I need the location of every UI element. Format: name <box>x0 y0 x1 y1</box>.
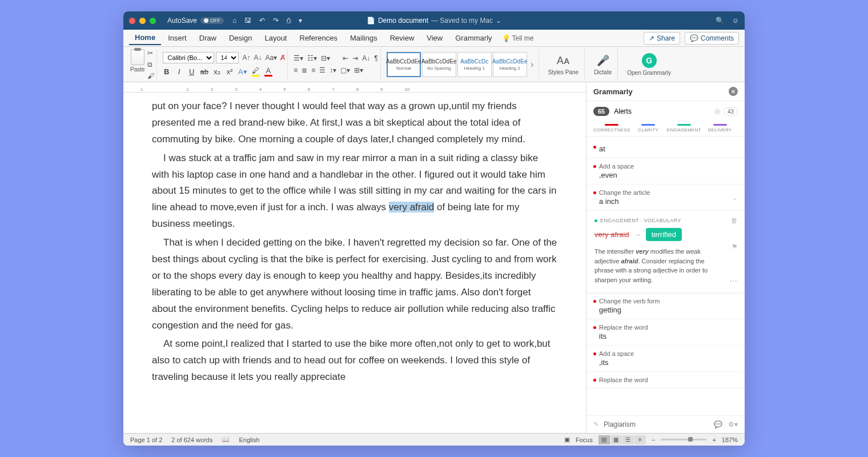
search-icon[interactable]: 🔍 <box>716 17 724 25</box>
feedback-icon[interactable]: 💬 <box>714 420 722 428</box>
language-indicator[interactable]: English <box>239 436 259 443</box>
customize-qat-icon[interactable]: ▾ <box>299 17 302 25</box>
grow-font-icon[interactable]: A↑ <box>243 54 251 62</box>
paragraph[interactable]: At some point,I realized that I started … <box>152 336 557 386</box>
tab-design[interactable]: Design <box>223 31 258 45</box>
style-no-spacing[interactable]: AaBbCcDdEeNo Spacing <box>422 52 456 77</box>
dismiss-icon[interactable]: 🗑 <box>731 217 738 225</box>
tab-references[interactable]: References <box>294 31 343 45</box>
suggestion-card[interactable]: Add a space ,its <box>586 346 745 372</box>
document-page[interactable]: put on your face? I never thought I woul… <box>123 93 586 433</box>
paragraph[interactable]: That is when I decided getting on the bi… <box>152 235 557 334</box>
tab-draw[interactable]: Draw <box>194 31 222 45</box>
text-effects-button[interactable]: A▾ <box>238 67 247 76</box>
zoom-out-button[interactable]: − <box>652 436 655 443</box>
document-title[interactable]: 📄 Demo document — Saved to my Mac ⌄ <box>367 17 501 25</box>
justify-icon[interactable]: ☰ <box>319 66 326 74</box>
draft-view[interactable]: ≡ <box>634 435 646 444</box>
copy-icon[interactable]: ⧉ <box>147 61 154 69</box>
print-icon[interactable]: ⎙ <box>287 17 291 25</box>
font-color-button[interactable]: A <box>264 66 272 77</box>
italic-button[interactable]: I <box>175 67 183 76</box>
font-size-select[interactable]: 14 <box>216 52 239 63</box>
home-icon[interactable]: ⌂ <box>232 17 236 25</box>
cut-icon[interactable]: ✂ <box>147 49 154 57</box>
sort-icon[interactable]: A↓ <box>362 54 370 62</box>
close-window-button[interactable] <box>129 18 135 24</box>
close-panel-icon[interactable]: × <box>729 87 738 96</box>
suggestion-card[interactable]: Change the article a inch ⌄ <box>586 185 745 211</box>
more-icon[interactable]: ⋯ <box>729 276 738 286</box>
zoom-in-button[interactable]: + <box>712 436 716 443</box>
show-marks-icon[interactable]: ¶ <box>374 54 377 62</box>
strikethrough-button[interactable]: ab <box>200 67 208 76</box>
highlight-button[interactable]: 🖊 <box>252 66 260 77</box>
minimize-window-button[interactable] <box>139 18 146 24</box>
clear-formatting-icon[interactable]: A̸ <box>280 54 285 62</box>
maximize-window-button[interactable] <box>150 18 156 24</box>
tab-delivery[interactable]: DELIVERY <box>702 122 738 136</box>
suggestion-card[interactable]: Change the verb form getting <box>586 293 745 319</box>
styles-pane-button[interactable]: Aᴀ Styles Pane <box>545 54 582 75</box>
dictate-button[interactable]: 🎤 Dictate <box>590 54 615 75</box>
numbering-icon[interactable]: ☷▾ <box>307 54 317 62</box>
tab-view[interactable]: View <box>421 31 448 45</box>
shrink-font-icon[interactable]: A↓ <box>254 54 262 62</box>
page-indicator[interactable]: Page 1 of 2 <box>130 436 162 443</box>
borders-icon[interactable]: ⊞▾ <box>354 66 363 74</box>
styles-more-icon[interactable]: › <box>528 52 536 77</box>
tab-insert[interactable]: Insert <box>162 31 192 45</box>
subscript-button[interactable]: x₂ <box>213 67 221 76</box>
highlighted-text[interactable]: very afraid <box>389 202 434 213</box>
tell-me-search[interactable]: 💡Tell me <box>502 34 534 42</box>
autosave-toggle[interactable]: AutoSave OFF <box>167 17 224 25</box>
plagiarism-button[interactable]: Plagiarism <box>604 420 636 428</box>
change-case-icon[interactable]: Aa▾ <box>266 54 278 62</box>
tab-review[interactable]: Review <box>384 31 420 45</box>
word-count[interactable]: 2 of 624 words <box>171 436 212 443</box>
performance-score[interactable]: 43 <box>724 107 738 116</box>
tab-engagement[interactable]: ENGAGEMENT <box>666 122 702 136</box>
comments-button[interactable]: 💬 Comments <box>685 32 739 45</box>
style-heading-2[interactable]: AaBbCcDdEeHeading 2 <box>493 52 527 77</box>
zoom-percentage[interactable]: 187% <box>722 436 738 443</box>
bullets-icon[interactable]: ☰▾ <box>294 54 303 62</box>
multilevel-list-icon[interactable]: ⊟▾ <box>321 54 330 62</box>
share-button[interactable]: ↗ Share <box>644 32 680 45</box>
web-layout-view[interactable]: ▦ <box>610 435 622 444</box>
zoom-slider[interactable] <box>661 439 706 440</box>
tab-correctness[interactable]: CORRECTNESS <box>593 122 630 136</box>
tab-home[interactable]: Home <box>129 31 161 45</box>
spellcheck-icon[interactable]: 📖 <box>222 436 230 443</box>
tab-layout[interactable]: Layout <box>259 31 292 45</box>
align-left-icon[interactable]: ≡ <box>294 66 298 74</box>
flag-icon[interactable]: ⚑ <box>732 243 738 251</box>
goals-icon[interactable]: ◎ <box>714 107 720 115</box>
suggestion-card[interactable]: Replace the word its <box>586 319 745 346</box>
horizontal-ruler[interactable]: 112345678910 <box>123 82 586 93</box>
paragraph[interactable]: put on your face? I never thought I woul… <box>152 98 557 148</box>
tab-mailings[interactable]: Mailings <box>344 31 383 45</box>
bold-button[interactable]: B <box>163 67 171 76</box>
expand-chevron-icon[interactable]: ⌄ <box>732 194 738 202</box>
outline-view[interactable]: ☰ <box>622 435 634 444</box>
font-family-select[interactable]: Calibri (Bo... <box>163 52 214 63</box>
line-spacing-icon[interactable]: ↕▾ <box>329 66 336 74</box>
shading-icon[interactable]: ▢▾ <box>340 66 350 74</box>
tab-clarity[interactable]: CLARITY <box>630 122 666 136</box>
paste-button[interactable]: Paste <box>130 49 145 73</box>
align-center-icon[interactable]: ≣ <box>302 66 307 74</box>
focus-label[interactable]: Focus <box>576 436 593 443</box>
increase-indent-icon[interactable]: ⇥ <box>352 54 358 62</box>
align-right-icon[interactable]: ≡ <box>311 66 315 74</box>
format-painter-icon[interactable]: 🖌 <box>147 72 154 80</box>
save-icon[interactable]: 🖫 <box>244 17 251 25</box>
chevron-down-icon[interactable]: ⌄ <box>496 17 501 25</box>
focus-mode-icon[interactable]: ▣ <box>564 436 570 443</box>
suggestion-card[interactable]: Replace the word <box>586 372 745 388</box>
style-heading-1[interactable]: AaBbCcDcHeading 1 <box>457 52 492 77</box>
underline-button[interactable]: U <box>188 67 196 76</box>
replacement-chip[interactable]: terrified <box>646 228 682 241</box>
decrease-indent-icon[interactable]: ⇤ <box>343 54 348 62</box>
tab-grammarly[interactable]: Grammarly <box>449 31 497 45</box>
